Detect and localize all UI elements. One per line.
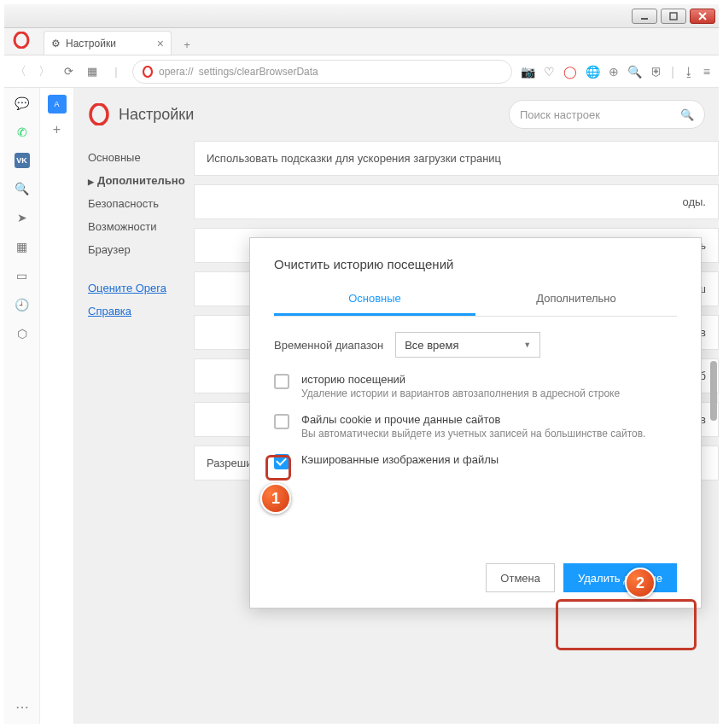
time-range-select[interactable]: Все время ▼: [395, 332, 540, 358]
minimize-button[interactable]: [632, 9, 657, 24]
add-pin-button[interactable]: +: [53, 122, 61, 137]
settings-page: Настройки Поиск настроек 🔍 Основные ▶Доп…: [74, 88, 719, 724]
dialog-footer: Отмена Удалить данные: [274, 563, 677, 592]
globe-icon[interactable]: ⊕: [609, 65, 619, 79]
toolbar-right-icons: 📷 ♡ ◯ 🌐 ⊕ 🔍 ⛨ | ⭳ ≡: [521, 65, 710, 79]
divider: |: [671, 65, 674, 79]
tab-close-icon[interactable]: ×: [157, 37, 164, 50]
cancel-button[interactable]: Отмена: [486, 563, 555, 592]
camera-icon[interactable]: 📷: [521, 65, 535, 79]
annotation-badge-2: 2: [625, 568, 656, 598]
maximize-button[interactable]: [661, 9, 686, 24]
cube-icon[interactable]: ⬡: [14, 325, 31, 342]
apps-icon[interactable]: ▦: [14, 238, 31, 255]
search-small-icon[interactable]: 🔍: [627, 65, 642, 79]
reload-button[interactable]: ⟳: [61, 65, 76, 78]
clear-data-dialog: Очистить историю посещений Основные Допо…: [249, 237, 702, 609]
time-range-row: Временной диапазон Все время ▼: [274, 332, 677, 358]
annotation-badge-1: 1: [260, 483, 291, 514]
dialog-title: Очистить историю посещений: [274, 257, 677, 271]
heart-icon[interactable]: ♡: [544, 65, 555, 79]
more-icon[interactable]: ⋯: [15, 699, 29, 715]
dialog-overlay: Очистить историю посещений Основные Допо…: [74, 88, 719, 724]
dialog-tabs: Основные Дополнительно: [274, 285, 677, 317]
opera-logo-icon: [13, 32, 30, 49]
time-range-label: Временной диапазон: [274, 339, 383, 352]
gear-icon: ⚙: [51, 38, 61, 50]
search-rail-icon[interactable]: 🔍: [14, 180, 31, 197]
address-toolbar: 〈 〉 ⟳ ▦ | opera://settings/clearBrowserD…: [4, 55, 719, 88]
checkbox[interactable]: [274, 414, 289, 429]
tab-basic[interactable]: Основные: [274, 285, 475, 316]
send-icon[interactable]: ➤: [14, 209, 31, 226]
tab-advanced[interactable]: Дополнительно: [475, 285, 677, 316]
option-label: Кэшированные изображения и файлы: [301, 453, 499, 466]
browser-tabstrip: ⚙ Настройки × +: [4, 28, 719, 55]
forward-button[interactable]: 〉: [37, 64, 52, 79]
url-path: settings/clearBrowserData: [199, 66, 318, 78]
messenger-icon[interactable]: 💬: [14, 95, 31, 112]
checkbox[interactable]: [274, 454, 289, 469]
option-browsing-history[interactable]: историю посещений Удаление истории и вар…: [274, 373, 677, 399]
clear-data-button[interactable]: Удалить данные: [563, 563, 677, 592]
option-cached-images[interactable]: Кэшированные изображения и файлы: [274, 453, 677, 469]
vk-icon[interactable]: VK: [15, 153, 30, 168]
opera-badge-icon[interactable]: ◯: [563, 65, 577, 79]
svg-point-4: [15, 32, 28, 48]
history-icon[interactable]: 🕘: [14, 296, 31, 313]
checkbox[interactable]: [274, 374, 289, 389]
time-range-value: Все время: [405, 339, 458, 352]
speed-dial-icon[interactable]: ▦: [85, 65, 100, 78]
translate-icon[interactable]: 🌐: [586, 65, 600, 79]
svg-rect-1: [670, 13, 677, 20]
back-button[interactable]: 〈: [13, 64, 28, 79]
download-icon[interactable]: ⭳: [683, 65, 695, 79]
site-opera-icon: [142, 66, 154, 78]
svg-point-5: [143, 67, 152, 77]
content-area: 💬 ✆ VK 🔍 ➤ ▦ ▭ 🕘 ⬡ ⋯ A + Настройки Поиск…: [4, 88, 719, 724]
shield-icon[interactable]: ⛨: [650, 65, 662, 79]
option-sub: Вы автоматически выйдете из учетных запи…: [301, 428, 645, 440]
close-button[interactable]: [690, 9, 715, 24]
app-window: ⚙ Настройки × + 〈 〉 ⟳ ▦ | opera://settin…: [0, 0, 723, 728]
option-label: историю посещений: [301, 373, 620, 386]
tab-title: Настройки: [66, 38, 116, 50]
menu-icon[interactable]: ≡: [703, 65, 710, 79]
divider: |: [108, 65, 124, 78]
url-protocol: opera://: [159, 66, 194, 78]
option-label: Файлы cookie и прочие данные сайтов: [301, 413, 645, 426]
option-cookies[interactable]: Файлы cookie и прочие данные сайтов Вы а…: [274, 413, 677, 440]
url-field[interactable]: opera://settings/clearBrowserData: [132, 60, 512, 84]
pinned-translate-icon[interactable]: A: [48, 95, 67, 114]
chevron-down-icon: ▼: [523, 341, 531, 349]
whatsapp-icon[interactable]: ✆: [14, 124, 31, 141]
pinned-column: A +: [40, 88, 74, 724]
browser-tab-active[interactable]: ⚙ Настройки ×: [44, 31, 172, 55]
option-sub: Удаление истории и вариантов автозаполне…: [301, 387, 620, 399]
os-titlebar: [4, 4, 719, 28]
new-tab-button[interactable]: +: [177, 34, 197, 55]
news-icon[interactable]: ▭: [14, 267, 31, 284]
sidebar-rail: 💬 ✆ VK 🔍 ➤ ▦ ▭ 🕘 ⬡ ⋯: [4, 88, 40, 724]
